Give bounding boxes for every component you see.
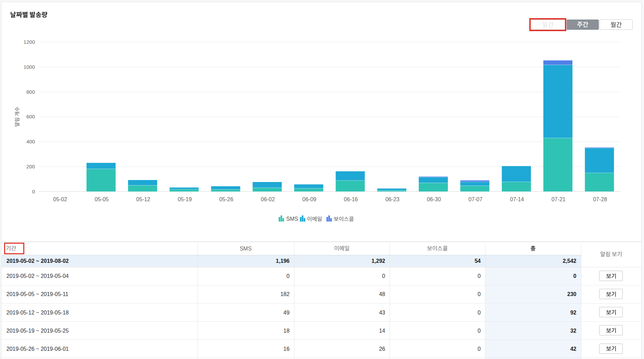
svg-text:400: 400 — [26, 139, 35, 144]
svg-text:05-19: 05-19 — [178, 196, 192, 202]
svg-text:06-09: 06-09 — [302, 196, 316, 202]
svg-text:06-02: 06-02 — [261, 196, 275, 202]
svg-text:05-12: 05-12 — [136, 196, 150, 202]
svg-text:05-05: 05-05 — [95, 196, 109, 202]
svg-text:06-16: 06-16 — [344, 196, 358, 202]
svg-text:07-21: 07-21 — [552, 196, 566, 202]
svg-text:05-02: 05-02 — [53, 196, 67, 202]
svg-text:1000: 1000 — [24, 64, 35, 70]
svg-text:200: 200 — [26, 164, 35, 169]
svg-text:800: 800 — [26, 89, 35, 95]
svg-text:1200: 1200 — [24, 39, 35, 45]
svg-text:06-23: 06-23 — [386, 196, 400, 202]
svg-text:0: 0 — [32, 189, 35, 194]
svg-text:05-26: 05-26 — [219, 196, 233, 202]
svg-text:SMS: SMS — [286, 216, 298, 222]
svg-text:07-07: 07-07 — [468, 196, 482, 202]
svg-text:07-14: 07-14 — [510, 196, 524, 202]
svg-text:600: 600 — [26, 114, 35, 119]
svg-text:07-28: 07-28 — [593, 196, 607, 202]
svg-text:06-30: 06-30 — [427, 196, 441, 202]
